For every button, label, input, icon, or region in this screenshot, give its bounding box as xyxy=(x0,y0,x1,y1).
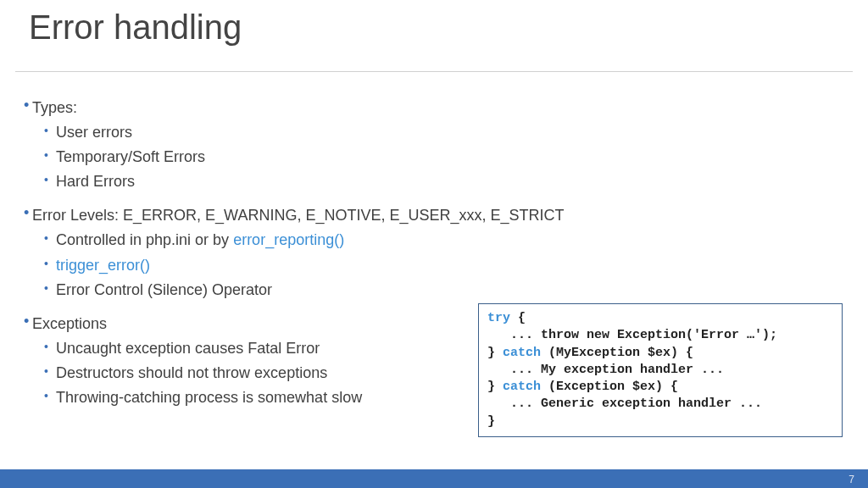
bullet-text: Temporary/Soft Errors xyxy=(56,146,844,168)
code-example: try { ... throw new Exception('Error …')… xyxy=(478,303,843,437)
code-text: } xyxy=(487,380,503,394)
keyword-catch: catch xyxy=(503,346,541,360)
keyword-try: try xyxy=(487,311,510,325)
sub-bullet: • trigger_error() xyxy=(44,254,844,276)
slide: Error handling • Types: • User errors • … xyxy=(0,0,868,488)
sub-bullet: • User errors xyxy=(44,121,844,143)
bullet-text: Hard Errors xyxy=(56,170,844,192)
link-error-reporting[interactable]: error_reporting() xyxy=(233,231,344,248)
bullet-icon: • xyxy=(44,170,56,189)
code-text: ... My exception handler ... xyxy=(487,363,724,377)
bullet-text: Controlled in php.ini or by error_report… xyxy=(56,229,844,251)
bullet-icon: • xyxy=(44,121,56,140)
keyword-catch: catch xyxy=(503,380,541,394)
bullet-icon: • xyxy=(44,229,56,247)
bullet-icon: • xyxy=(44,254,56,273)
code-text: ... Generic exception handler ... xyxy=(487,396,762,411)
bullet-icon: • xyxy=(44,279,56,297)
code-text: { xyxy=(510,311,526,325)
bullet-icon: • xyxy=(44,386,56,405)
text: Controlled in php.ini or by xyxy=(56,231,233,248)
bullet-text: Error Control (Silence) Operator xyxy=(56,279,844,301)
bullet-error-levels: • Error Levels: E_ERROR, E_WARNING, E_NO… xyxy=(24,204,844,226)
bullet-types: • Types: xyxy=(24,97,844,119)
bullet-icon: • xyxy=(24,97,32,115)
bullet-text: Error Levels: E_ERROR, E_WARNING, E_NOTI… xyxy=(32,204,844,226)
sub-bullet: • Controlled in php.ini or by error_repo… xyxy=(44,229,844,251)
code-text: } xyxy=(487,346,503,360)
sub-bullet: • Error Control (Silence) Operator xyxy=(44,279,844,301)
code-text: (Exception $ex) { xyxy=(541,380,678,394)
title-divider xyxy=(15,71,853,72)
link-trigger-error[interactable]: trigger_error() xyxy=(56,254,844,276)
footer-bar: 7 xyxy=(0,469,868,488)
sub-bullet: • Temporary/Soft Errors xyxy=(44,146,844,168)
code-text: (MyException $ex) { xyxy=(541,346,693,360)
bullet-icon: • xyxy=(44,362,56,380)
bullet-icon: • xyxy=(24,204,32,223)
bullet-icon: • xyxy=(44,337,56,356)
bullet-icon: • xyxy=(24,313,32,331)
page-number: 7 xyxy=(849,474,854,485)
code-text: ... throw new Exception('Error …'); xyxy=(487,328,777,342)
bullet-text: User errors xyxy=(56,121,844,143)
code-text: } xyxy=(487,414,495,429)
slide-title: Error handling xyxy=(29,8,242,47)
bullet-icon: • xyxy=(44,146,56,164)
sub-bullet: • Hard Errors xyxy=(44,170,844,192)
bullet-text: Types: xyxy=(32,97,844,119)
